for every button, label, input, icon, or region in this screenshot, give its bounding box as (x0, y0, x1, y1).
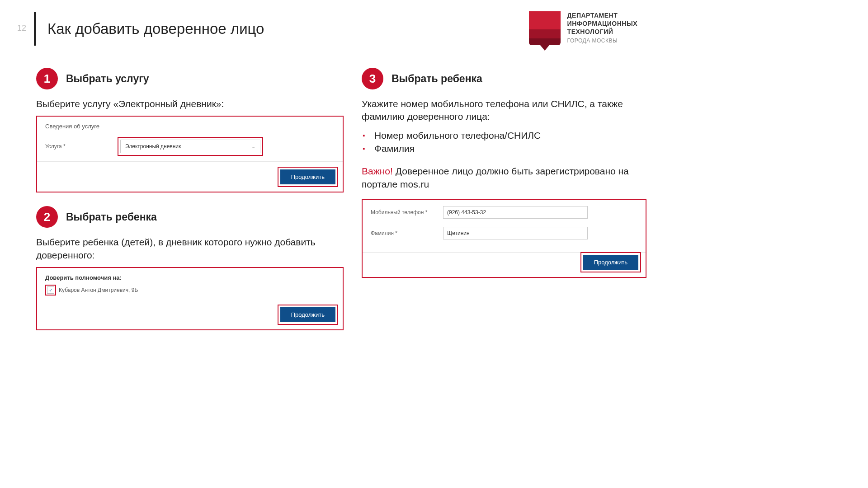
child-name: Кубаров Антон Дмитриевич, 9Б (59, 287, 138, 293)
important-text: Доверенное лицо должно быть зарегистриро… (362, 166, 629, 189)
important-note: Важно! Доверенное лицо должно быть зарег… (362, 165, 646, 191)
chevron-down-icon: ⌄ (251, 144, 255, 150)
phone-input[interactable] (443, 206, 588, 219)
step2-title: Выбрать ребенка (66, 211, 157, 223)
continue-button[interactable]: Продолжить (280, 169, 335, 184)
department-text: ДЕПАРТАМЕНТ ИНФОРМАЦИОННЫХ ТЕХНОЛОГИЙ ГО… (567, 11, 637, 44)
page-number: 12 (17, 23, 26, 33)
step2-number-badge: 2 (36, 206, 58, 228)
important-prefix: Важно! (362, 166, 393, 176)
lastname-input[interactable] (443, 227, 588, 239)
step1-text: Выберите услугу «Электронный дневник»: (36, 98, 344, 110)
delegate-heading: Доверить полномочия на: (45, 274, 335, 281)
department-logo-block: ДЕПАРТАМЕНТ ИНФОРМАЦИОННЫХ ТЕХНОЛОГИЙ ГО… (529, 11, 637, 50)
divider (37, 161, 343, 162)
step3-number-badge: 3 (362, 68, 383, 89)
dept-line1: ДЕПАРТАМЕНТ (567, 11, 637, 19)
child-checkbox[interactable]: ✓ (47, 286, 54, 294)
step1-header: 1 Выбрать услугу (36, 68, 344, 89)
step1-number-badge: 1 (36, 68, 58, 89)
service-info-heading: Сведения об услуге (45, 123, 335, 130)
child-row: ✓ Кубаров Антон Дмитриевич, 9Б (45, 285, 335, 296)
step2-header: 2 Выбрать ребенка (36, 206, 344, 228)
step2-panel: Доверить полномочия на: ✓ Кубаров Антон … (36, 267, 344, 330)
checkbox-highlight: ✓ (45, 285, 56, 296)
step3-panel: Мобильный телефон * Фамилия * Продолжить (362, 199, 646, 278)
continue-button-highlight: Продолжить (278, 167, 338, 187)
step3-bullets: Номер мобильного телефона/СНИЛС Фамилия (374, 129, 646, 155)
step3-text: Укажите номер мобильного телефона или СН… (362, 98, 646, 123)
continue-button-highlight-2: Продолжить (278, 305, 338, 325)
service-select-value: Электронный дневник (125, 143, 181, 150)
step3-title: Выбрать ребенка (392, 73, 482, 85)
page-title: Как добавить доверенное лицо (47, 20, 264, 38)
service-select[interactable]: Электронный дневник ⌄ (120, 140, 260, 153)
step1-panel: Сведения об услуге Услуга * Электронный … (36, 116, 344, 192)
continue-button-2[interactable]: Продолжить (280, 307, 335, 322)
step1-title: Выбрать услугу (66, 73, 149, 85)
step2-text: Выберите ребенка (детей), в дневник кото… (36, 236, 344, 262)
service-select-highlight: Электронный дневник ⌄ (118, 137, 263, 156)
bullet-lastname: Фамилия (374, 142, 646, 155)
dept-line3: ТЕХНОЛОГИЙ (567, 28, 637, 36)
continue-button-3[interactable]: Продолжить (583, 255, 638, 270)
lastname-label: Фамилия * (371, 230, 434, 236)
dept-line4: ГОРОДА МОСКВЫ (567, 38, 637, 45)
step3-header: 3 Выбрать ребенка (362, 68, 646, 89)
bullet-phone: Номер мобильного телефона/СНИЛС (374, 129, 646, 142)
shield-icon (529, 11, 561, 50)
service-field-label: Услуга * (45, 143, 108, 150)
dept-line2: ИНФОРМАЦИОННЫХ (567, 19, 637, 28)
title-bar: Как добавить доверенное лицо (34, 12, 264, 46)
phone-label: Мобильный телефон * (371, 209, 434, 216)
continue-button-highlight-3: Продолжить (580, 252, 641, 272)
